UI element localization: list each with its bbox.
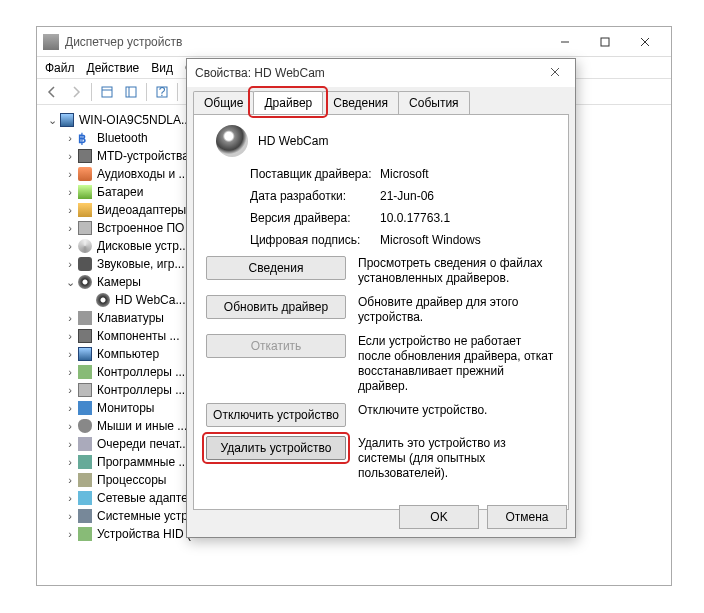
info-label: Цифровая подпись: bbox=[250, 233, 380, 247]
tab-Драйвер[interactable]: Драйвер bbox=[253, 91, 323, 114]
menu-item[interactable]: Действие bbox=[87, 61, 140, 75]
tree-label: Компьютер bbox=[97, 347, 159, 361]
bat-icon bbox=[77, 184, 93, 200]
webcam-icon bbox=[216, 125, 248, 157]
minimize-button[interactable] bbox=[545, 30, 585, 54]
menu-item[interactable]: Файл bbox=[45, 61, 75, 75]
chip-icon bbox=[77, 328, 93, 344]
driver-action-button[interactable]: Отключить устройство bbox=[206, 403, 346, 427]
info-value: Microsoft bbox=[380, 167, 556, 181]
ok-button[interactable]: OK bbox=[399, 505, 479, 529]
chip-icon bbox=[77, 148, 93, 164]
hdd-icon bbox=[77, 382, 93, 398]
tree-label: HD WebCa... bbox=[115, 293, 185, 307]
pc-icon bbox=[77, 346, 93, 362]
cancel-button[interactable]: Отмена bbox=[487, 505, 567, 529]
hdd-icon bbox=[77, 220, 93, 236]
info-value: 21-Jun-06 bbox=[380, 189, 556, 203]
action-description: Просмотреть сведения о файлах установлен… bbox=[358, 256, 556, 286]
tree-label: Камеры bbox=[97, 275, 141, 289]
tree-label: MTD-устройства bbox=[97, 149, 189, 163]
tree-label: Дисковые устр... bbox=[97, 239, 189, 253]
sw-icon bbox=[77, 454, 93, 470]
maximize-button[interactable] bbox=[585, 30, 625, 54]
prn-icon bbox=[77, 436, 93, 452]
disk-icon bbox=[77, 238, 93, 254]
net-icon bbox=[77, 490, 93, 506]
app-icon bbox=[43, 34, 59, 50]
tree-label: Мыши и иные ... bbox=[97, 419, 187, 433]
info-label: Поставщик драйвера: bbox=[250, 167, 380, 181]
tree-label: Bluetooth bbox=[97, 131, 148, 145]
usb-icon bbox=[77, 364, 93, 380]
tree-label: Встроенное ПО bbox=[97, 221, 184, 235]
tree-label: Мониторы bbox=[97, 401, 154, 415]
svg-rect-6 bbox=[126, 87, 136, 97]
tree-label: WIN-OIA9C5NDLA... bbox=[79, 113, 191, 127]
toolbar-view1-button[interactable] bbox=[96, 81, 118, 103]
dialog-titlebar: Свойства: HD WebCam bbox=[187, 59, 575, 87]
tree-label: Контроллеры ... bbox=[97, 365, 185, 379]
tree-label: Видеоадаптеры bbox=[97, 203, 186, 217]
tree-label: Клавиатуры bbox=[97, 311, 164, 325]
driver-tab-page: HD WebCam Поставщик драйвера:MicrosoftДа… bbox=[193, 114, 569, 510]
tree-label: Очереди печат... bbox=[97, 437, 189, 451]
dialog-close-button[interactable] bbox=[543, 66, 567, 80]
device-name: HD WebCam bbox=[258, 134, 328, 148]
tree-label: Батареи bbox=[97, 185, 143, 199]
tab-События[interactable]: События bbox=[398, 91, 470, 114]
kb-icon bbox=[77, 310, 93, 326]
tab-Общие[interactable]: Общие bbox=[193, 91, 254, 114]
mon-icon bbox=[77, 400, 93, 416]
tree-label: Программные ... bbox=[97, 455, 188, 469]
pc-icon bbox=[59, 112, 75, 128]
info-label: Дата разработки: bbox=[250, 189, 380, 203]
tree-label: Контроллеры ... bbox=[97, 383, 185, 397]
svg-rect-1 bbox=[601, 38, 609, 46]
tree-label: Аудиовходы и ... bbox=[97, 167, 189, 181]
action-description: Отключите устройство. bbox=[358, 403, 556, 418]
vid-icon bbox=[77, 202, 93, 218]
driver-action-button: Откатить bbox=[206, 334, 346, 358]
tree-label: Компоненты ... bbox=[97, 329, 179, 343]
info-label: Версия драйвера: bbox=[250, 211, 380, 225]
action-description: Обновите драйвер для этого устройства. bbox=[358, 295, 556, 325]
driver-action-button[interactable]: Обновить драйвер bbox=[206, 295, 346, 319]
tab-Сведения[interactable]: Сведения bbox=[322, 91, 399, 114]
cpu-icon bbox=[77, 472, 93, 488]
menu-item[interactable]: Вид bbox=[151, 61, 173, 75]
main-titlebar: Диспетчер устройств bbox=[37, 27, 671, 57]
dialog-title: Свойства: HD WebCam bbox=[195, 66, 543, 80]
tree-label: Процессоры bbox=[97, 473, 167, 487]
audio-icon bbox=[77, 166, 93, 182]
tree-label: Звуковые, игр... bbox=[97, 257, 185, 271]
info-value: Microsoft Windows bbox=[380, 233, 556, 247]
bt-icon: ฿ bbox=[77, 130, 93, 146]
toolbar-view2-button[interactable] bbox=[120, 81, 142, 103]
forward-button[interactable] bbox=[65, 81, 87, 103]
tab-strip: ОбщиеДрайверСведенияСобытия bbox=[187, 87, 575, 114]
joy-icon bbox=[77, 256, 93, 272]
cam-icon bbox=[95, 292, 111, 308]
action-description: Удалить это устройство из системы (для о… bbox=[358, 436, 556, 481]
back-button[interactable] bbox=[41, 81, 63, 103]
usb-icon bbox=[77, 526, 93, 542]
main-window-title: Диспетчер устройств bbox=[65, 35, 545, 49]
driver-action-button[interactable]: Сведения bbox=[206, 256, 346, 280]
properties-dialog: Свойства: HD WebCam ОбщиеДрайверСведения… bbox=[186, 58, 576, 538]
info-value: 10.0.17763.1 bbox=[380, 211, 556, 225]
mouse-icon bbox=[77, 418, 93, 434]
driver-action-button[interactable]: Удалить устройство bbox=[206, 436, 346, 460]
close-button[interactable] bbox=[625, 30, 665, 54]
action-description: Если устройство не работает после обновл… bbox=[358, 334, 556, 394]
svg-text:?: ? bbox=[159, 85, 166, 99]
toolbar-help-button[interactable]: ? bbox=[151, 81, 173, 103]
sys-icon bbox=[77, 508, 93, 524]
svg-rect-4 bbox=[102, 87, 112, 97]
cam-icon bbox=[77, 274, 93, 290]
